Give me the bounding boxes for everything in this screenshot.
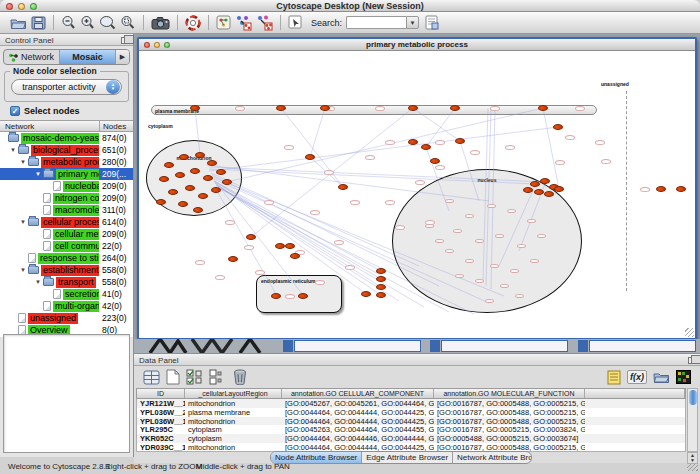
tree-row[interactable]: ▼biological_process651(0) <box>0 144 133 156</box>
app-titlebar[interactable]: Cytoscape Desktop (New Session) <box>0 0 700 12</box>
network-node[interactable] <box>195 152 205 158</box>
snapshot-icon[interactable] <box>151 16 170 30</box>
tree-row[interactable]: nitrogen compo209(0) <box>0 192 133 204</box>
network-node[interactable] <box>285 243 295 249</box>
zoom-selected-icon[interactable] <box>120 15 136 30</box>
column-header[interactable]: annotation.GO CELLULAR_COMPONENT <box>282 389 434 398</box>
table-cell[interactable]: YDR039C__1 <box>137 443 185 452</box>
select-attributes-icon[interactable] <box>186 369 203 385</box>
tree-row[interactable]: ▼establishment of lo558(0) <box>0 264 133 276</box>
tree-row[interactable]: mosaic-demo-yeast874(0) <box>0 132 133 144</box>
network-node[interactable] <box>534 189 544 195</box>
network-node[interactable] <box>159 176 169 182</box>
network-node[interactable] <box>408 139 418 145</box>
network-node[interactable] <box>553 124 563 130</box>
network-node[interactable] <box>168 189 178 195</box>
network-node[interactable] <box>523 187 533 193</box>
background-window-tab[interactable] <box>430 340 440 352</box>
background-window[interactable] <box>589 340 696 352</box>
network-node[interactable] <box>228 256 238 262</box>
network-node[interactable] <box>676 186 686 192</box>
table-cell[interactable]: [GO:0016787, GO:0005488, GO:0005215, G..… <box>434 417 585 426</box>
table-cell[interactable]: YPL036W__2 <box>137 408 185 417</box>
network-node[interactable] <box>376 268 386 274</box>
tree-row[interactable]: response to stimulu264(0) <box>0 252 133 264</box>
zoom-fit-icon[interactable] <box>99 15 116 30</box>
network-node[interactable] <box>290 253 300 259</box>
table-cell[interactable]: [GO:0016787, GO:0005488, GO:0005215, G..… <box>434 408 585 417</box>
layout-icon-a[interactable] <box>235 15 252 31</box>
float-panel-icon[interactable] <box>121 37 129 44</box>
network-node[interactable] <box>193 207 203 213</box>
column-header[interactable]: _cellularLayoutRegion <box>185 389 282 398</box>
import-table-icon[interactable] <box>425 15 439 30</box>
unselect-attributes-icon[interactable] <box>209 369 222 385</box>
table-cell[interactable]: YKR052C <box>137 434 185 443</box>
network-overview-icon[interactable] <box>216 15 231 30</box>
table-cell[interactable]: mitochondrion <box>185 399 282 408</box>
table-cell[interactable]: mitochondrion <box>185 443 282 452</box>
tab-node-attribute-browser[interactable]: Node Attribute Browser <box>271 452 362 463</box>
network-window-resize-grip[interactable] <box>685 328 694 337</box>
network-node[interactable] <box>656 186 666 192</box>
table-row[interactable]: YJR121W__1mitochondrion[GO:0045267, GO:0… <box>137 399 685 408</box>
table-cell[interactable]: cytoplasm <box>185 425 282 434</box>
table-cell[interactable]: YLR295C <box>137 425 185 434</box>
background-window-tab[interactable] <box>283 340 293 352</box>
tree-row[interactable]: multi-organism pro42(0) <box>0 300 133 312</box>
network-node[interactable] <box>338 184 348 190</box>
tab-network[interactable]: Network <box>4 50 60 64</box>
network-node[interactable] <box>275 243 285 249</box>
tree-row-label[interactable]: secretion <box>63 289 104 300</box>
network-node[interactable] <box>320 105 330 111</box>
expander-icon[interactable]: ▼ <box>33 171 43 177</box>
expander-icon[interactable]: ▼ <box>33 279 43 285</box>
tree-col-network[interactable]: Network <box>0 121 99 131</box>
column-header[interactable]: annotation.GO MOLECULAR_FUNCTION <box>434 389 585 398</box>
network-node[interactable] <box>305 154 315 160</box>
tree-row[interactable]: unassigned223(0) <box>0 312 133 324</box>
tab-edge-attribute-browser[interactable]: Edge Attribute Browser <box>362 452 453 463</box>
scrollbar-thumb[interactable] <box>689 390 697 405</box>
network-node[interactable] <box>430 158 440 164</box>
tree-row[interactable]: cellular metabo209(0) <box>0 228 133 240</box>
attribute-list-icon[interactable] <box>607 370 621 385</box>
table-row[interactable]: YKR052Ccytoplasm[GO:0044464, GO:0044446,… <box>137 434 685 443</box>
import-attributes-icon[interactable] <box>653 371 670 384</box>
tree-row-label[interactable]: transport <box>56 277 96 288</box>
expander-icon[interactable]: ▼ <box>8 147 18 153</box>
network-node[interactable] <box>222 179 232 185</box>
float-data-panel-icon[interactable] <box>688 357 696 364</box>
tree-row-label[interactable]: cellular process <box>41 217 108 228</box>
network-node[interactable] <box>175 172 185 178</box>
table-scrollbar[interactable] <box>687 388 698 452</box>
network-node[interactable] <box>450 105 460 111</box>
delete-attribute-icon[interactable] <box>233 369 247 385</box>
background-window-tab[interactable] <box>578 340 588 352</box>
open-file-icon[interactable] <box>10 16 27 30</box>
network-node[interactable] <box>203 175 213 181</box>
tree-row[interactable]: secretion41(0) <box>0 288 133 300</box>
network-window-titlebar[interactable]: primary metabolic process <box>139 39 695 51</box>
network-node[interactable] <box>246 234 256 240</box>
network-node[interactable] <box>207 160 217 166</box>
tree-row[interactable]: ▼primary metabo209(... <box>0 168 133 180</box>
network-node[interactable] <box>179 154 189 160</box>
tree-row[interactable]: cell communicat22(0) <box>0 240 133 252</box>
tab-network-attribute-browser[interactable]: Network Attribute Browser <box>453 452 532 463</box>
network-node[interactable] <box>185 185 195 191</box>
network-node[interactable] <box>408 105 418 111</box>
background-window[interactable] <box>441 340 568 352</box>
search-input[interactable] <box>346 16 406 29</box>
expander-icon[interactable]: ▼ <box>18 267 28 273</box>
network-node[interactable] <box>538 105 548 111</box>
tree-row[interactable]: nucleobase-209(0) <box>0 180 133 192</box>
new-attribute-icon[interactable] <box>166 369 180 385</box>
table-cell[interactable]: [GO:0005488, GO:0005215, GO:0003674] <box>434 434 585 443</box>
save-session-icon[interactable] <box>31 16 46 30</box>
table-cell[interactable]: [GO:0016787, GO:0005215, GO:0003824, G..… <box>434 425 585 434</box>
select-nodes-checkbox[interactable]: ✓ <box>10 106 20 116</box>
search-dropdown-icon[interactable]: ▼ <box>406 16 419 29</box>
tree-row[interactable]: ▼metabolic process280(0) <box>0 156 133 168</box>
network-node[interactable] <box>544 191 554 197</box>
